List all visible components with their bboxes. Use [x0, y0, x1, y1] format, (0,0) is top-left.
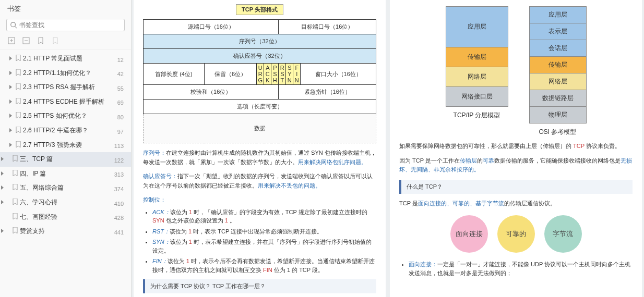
expand-icon: [9, 56, 12, 60]
layer: 网络层: [529, 73, 587, 90]
list-item: ACK：该位为 1 时，「确认应答」的字段变为有效，TCP 规定除了最初建立连接…: [152, 208, 376, 225]
bookmarks-sidebar: 书签 2.1 HTTP 常见面试题122.2 HTTP/1.1如何优化？422.…: [0, 0, 132, 297]
list-item: 面向连接：一定是「一对一」才能连接，不能像 UDP 协议可以一个主机同时向多个主…: [409, 260, 633, 277]
bookmark-icon: [16, 112, 21, 118]
expand-icon: [9, 71, 12, 75]
circle-reliable: 可靠的: [497, 215, 535, 253]
bookmark-item[interactable]: 三、TCP 篇122: [0, 152, 131, 167]
svg-point-0: [11, 22, 16, 27]
control-bits-list: ACK：该位为 1 时，「确认应答」的字段变为有效，TCP 规定除了最初建立连接…: [152, 208, 376, 275]
layer: 网络接口层: [446, 86, 508, 107]
callout-why-tcp: 为什么需要 TCP 协议？ TCP 工作在哪一层？: [143, 279, 376, 293]
bookmark-icon[interactable]: [37, 36, 45, 45]
tcpip-stack: 应用层传输层网络层网络接口层 TCP/IP 分层模型: [446, 6, 508, 137]
bookmark-item[interactable]: 2.2 HTTP/1.1如何优化？42: [0, 66, 131, 81]
layer: 应用层: [446, 6, 508, 47]
ack-paragraph: 确认应答号：指下一次「期望」收到的数据的序列号，发送端收到这个确认应答以后可以认…: [143, 172, 376, 190]
bookmark-item[interactable]: 四、IP 篇313: [0, 167, 131, 181]
page-left: TCP 头部格式 源端口号（16位）目标端口号（16位） 序列号（32位） 确认…: [134, 0, 386, 297]
layer: 表示层: [529, 23, 587, 40]
layer-models: 应用层传输层网络层网络接口层 TCP/IP 分层模型 应用层表示层会话层传输层网…: [399, 6, 633, 137]
expand-icon: [1, 185, 4, 190]
search-icon: [10, 21, 17, 29]
ctrl-label: 控制位：: [143, 196, 166, 203]
expand-icon: [1, 229, 4, 233]
layer: 物理层: [529, 106, 587, 123]
bookmark-icon: [16, 83, 21, 90]
bookmark-outline-icon[interactable]: [51, 36, 59, 45]
feature-circles: 面向连接 可靠的 字节流: [399, 215, 633, 253]
circle-connection: 面向连接: [450, 215, 488, 253]
bookmark-item[interactable]: 七、画图经验428: [0, 210, 131, 225]
expand-icon: [1, 171, 4, 176]
bookmark-icon: [13, 213, 18, 219]
search-box[interactable]: [6, 19, 125, 31]
bookmark-item[interactable]: 2.6 HTTP/2 牛逼在哪？97: [0, 123, 131, 138]
bookmark-item[interactable]: 2.1 HTTP 常见面试题12: [0, 52, 131, 66]
document-viewer: TCP 头部格式 源端口号（16位）目标端口号（16位） 序列号（32位） 确认…: [132, 0, 644, 297]
transport-line: 因为 TCP 是一个工作在传输层的可靠数据传输的服务，它能确保接收端接收的网络包…: [399, 156, 633, 175]
bookmark-icon: [13, 184, 18, 190]
feature-list: 面向连接：一定是「一对一」才能连接，不能像 UDP 协议可以一个主机同时向多个主…: [409, 260, 633, 277]
bookmark-item[interactable]: 五、网络综合篇374: [0, 181, 131, 195]
tcp-header-diagram: 源端口号（16位）目标端口号（16位） 序列号（32位） 确认应答号（32位） …: [143, 19, 376, 143]
bookmark-item[interactable]: 2.4 HTTPS ECDHE 握手解析69: [0, 95, 131, 109]
collapse-all-icon[interactable]: [22, 36, 30, 45]
tcp-header-title: TCP 头部格式: [236, 4, 283, 15]
bookmark-list: 2.1 HTTP 常见面试题122.2 HTTP/1.1如何优化？422.3 H…: [0, 49, 131, 297]
layer: 数据链路层: [529, 90, 587, 106]
layer: 网络层: [446, 67, 508, 86]
search-input[interactable]: [19, 21, 121, 29]
bookmark-icon: [16, 55, 21, 61]
sidebar-title: 书签: [0, 0, 131, 16]
page-right: 应用层传输层网络层网络接口层 TCP/IP 分层模型 应用层表示层会话层传输层网…: [390, 0, 642, 297]
toolbar: [0, 34, 131, 49]
bookmark-icon: [13, 227, 18, 233]
expand-icon: [9, 143, 12, 147]
bookmark-icon: [13, 170, 18, 176]
bookmark-item[interactable]: 赞赏支持441: [0, 224, 131, 239]
bookmark-icon: [16, 141, 21, 147]
layer: 传输层: [529, 56, 587, 73]
expand-icon: [1, 157, 4, 161]
list-item: SYN：该位为 1 时，表示希望建立连接，并在其「序列号」的字段进行序列号初始值…: [152, 238, 376, 255]
bookmark-icon: [16, 69, 21, 76]
osi-stack: 应用层表示层会话层传输层网络层数据链路层物理层 OSI 参考模型: [529, 6, 587, 137]
expand-icon: [1, 200, 4, 204]
expand-icon: [9, 114, 12, 118]
list-item: FIN：该位为 1 时，表示今后不会再有数据发送，希望断开连接。当通信结束希望断…: [152, 257, 376, 274]
search-wrap: [0, 16, 131, 34]
bookmark-icon: [13, 155, 18, 162]
list-item: RST：该位为 1 时，表示 TCP 连接中出现异常必须强制断开连接。: [152, 227, 376, 236]
bookmark-item[interactable]: 2.5 HTTPS 如何优化？80: [0, 109, 131, 123]
seq-paragraph: 序列号：在建立连接时由计算机生成的随机数作为其初始值，通过 SYN 包传给接收端…: [143, 148, 376, 167]
layer: 传输层: [446, 47, 508, 67]
circle-bytestream: 字节流: [544, 215, 582, 253]
bookmark-icon: [13, 199, 18, 205]
bookmark-icon: [16, 98, 21, 104]
expand-icon: [9, 85, 12, 89]
expand-icon: [9, 128, 12, 132]
bookmark-item[interactable]: 2.7 HTTP/3 强势来袭113: [0, 138, 131, 153]
reliability-line: 如果需要保障网络数据包的可靠性，那么就需要由上层（传输层）的 TCP 协议来负责…: [399, 142, 633, 151]
layer: 会话层: [529, 40, 587, 56]
layer: 应用层: [529, 6, 587, 23]
bookmark-item[interactable]: 六、学习心得410: [0, 195, 131, 210]
expand-all-icon[interactable]: [7, 36, 16, 45]
bookmark-item[interactable]: 2.3 HTTPS RSA 握手解析55: [0, 80, 131, 95]
callout-what-is-tcp: 什么是 TCP？: [399, 180, 633, 194]
bookmark-icon: [16, 127, 21, 133]
tcp-definition: TCP 是面向连接的、可靠的、基于字节流的传输层通信协议。: [399, 199, 633, 208]
svg-line-1: [15, 27, 17, 29]
expand-icon: [9, 100, 12, 104]
